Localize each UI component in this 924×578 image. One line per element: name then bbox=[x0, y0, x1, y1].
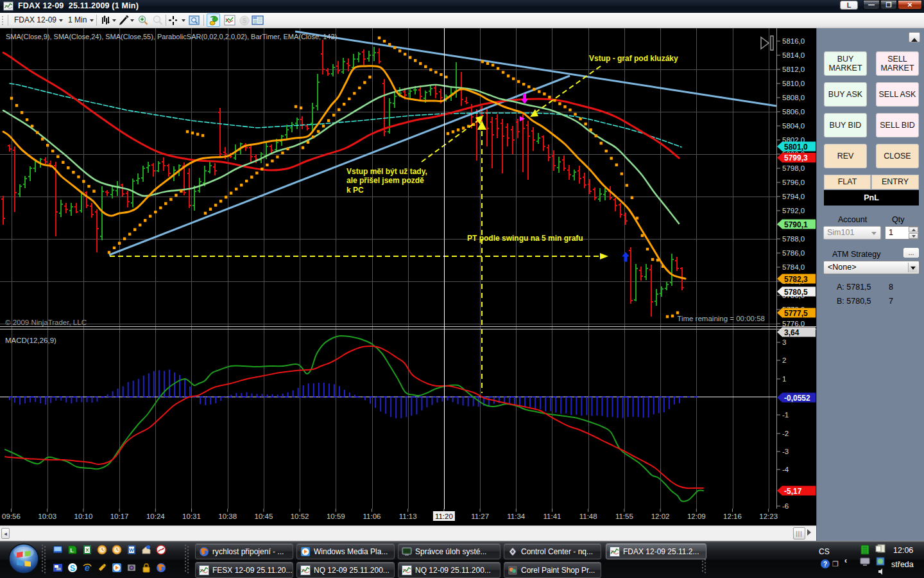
svg-text:10:17: 10:17 bbox=[110, 512, 129, 520]
svg-text:PT podle swingu na 5 min grafu: PT podle swingu na 5 min grafu bbox=[467, 234, 583, 243]
svg-text:L: L bbox=[70, 547, 74, 554]
svg-text:10:52: 10:52 bbox=[291, 512, 309, 520]
svg-text:10:31: 10:31 bbox=[182, 512, 201, 520]
svg-text:5790,1: 5790,1 bbox=[784, 220, 808, 229]
svg-text:5798,0: 5798,0 bbox=[782, 164, 805, 172]
svg-text:5796,0: 5796,0 bbox=[782, 179, 805, 186]
svg-text:5816,0: 5816,0 bbox=[782, 37, 805, 45]
svg-text:11:48: 11:48 bbox=[579, 512, 597, 520]
svg-text:11:27: 11:27 bbox=[471, 512, 489, 520]
svg-text:2: 2 bbox=[782, 356, 786, 364]
svg-text:11:13: 11:13 bbox=[399, 512, 417, 520]
svg-text:S: S bbox=[70, 564, 75, 573]
svg-text:Time remaining = 00:00:58: Time remaining = 00:00:58 bbox=[677, 315, 765, 322]
svg-text:5801,0: 5801,0 bbox=[784, 143, 808, 152]
svg-text:-3: -3 bbox=[782, 448, 789, 455]
svg-text:09:56: 09:56 bbox=[2, 512, 21, 520]
svg-text:11:06: 11:06 bbox=[363, 512, 381, 520]
svg-text:10:03: 10:03 bbox=[38, 512, 56, 520]
svg-text:5814,0: 5814,0 bbox=[782, 51, 805, 59]
svg-text:X: X bbox=[85, 547, 89, 553]
svg-text:© 2009 NinjaTrader, LLC: © 2009 NinjaTrader, LLC bbox=[5, 319, 87, 326]
svg-text:5792,0: 5792,0 bbox=[782, 207, 805, 215]
svg-text:5776,0: 5776,0 bbox=[782, 320, 805, 328]
svg-text:5799,3: 5799,3 bbox=[784, 153, 808, 162]
svg-text:?: ? bbox=[823, 561, 827, 568]
svg-text:10:45: 10:45 bbox=[255, 512, 273, 520]
svg-text:5804,0: 5804,0 bbox=[782, 122, 805, 130]
svg-text:-0,0552: -0,0552 bbox=[784, 394, 810, 403]
svg-text:5812,0: 5812,0 bbox=[782, 66, 805, 73]
svg-text:-6: -6 bbox=[782, 502, 789, 510]
svg-text:-5,17: -5,17 bbox=[784, 487, 802, 496]
svg-text:k PC: k PC bbox=[346, 186, 364, 195]
svg-text:10:59: 10:59 bbox=[327, 512, 345, 520]
svg-text:-2: -2 bbox=[782, 430, 789, 437]
svg-text:3,64: 3,64 bbox=[784, 328, 800, 337]
svg-text:-1: -1 bbox=[782, 411, 789, 419]
svg-text:12:23: 12:23 bbox=[759, 512, 778, 520]
svg-text:5780,5: 5780,5 bbox=[784, 288, 808, 297]
svg-text:S: S bbox=[243, 17, 247, 24]
svg-text:MACD(12,26,9): MACD(12,26,9) bbox=[5, 337, 56, 344]
svg-text:12:16: 12:16 bbox=[723, 512, 742, 520]
svg-text:10:24: 10:24 bbox=[146, 512, 165, 520]
svg-text:SMA(Close,9), SMA(Close,24), S: SMA(Close,9), SMA(Close,24), SMA(Close,5… bbox=[6, 33, 337, 40]
svg-text:5794,0: 5794,0 bbox=[782, 193, 805, 200]
svg-text:Vstup měl být už tady,: Vstup měl být už tady, bbox=[346, 167, 427, 176]
svg-text:5782,3: 5782,3 bbox=[784, 275, 808, 284]
svg-text:10:10: 10:10 bbox=[74, 512, 93, 520]
svg-text:5784,0: 5784,0 bbox=[782, 263, 805, 271]
svg-text:3: 3 bbox=[782, 338, 786, 346]
svg-text:5786,0: 5786,0 bbox=[782, 249, 805, 257]
svg-text:11:34: 11:34 bbox=[507, 512, 526, 520]
svg-text:Vstup - graf pod kluzáky: Vstup - graf pod kluzáky bbox=[589, 54, 678, 63]
svg-text:1: 1 bbox=[782, 375, 786, 383]
svg-text:11:20: 11:20 bbox=[435, 512, 453, 520]
svg-text:5806,0: 5806,0 bbox=[782, 108, 805, 116]
svg-text:10:38: 10:38 bbox=[218, 512, 237, 520]
svg-text:5810,0: 5810,0 bbox=[782, 80, 805, 87]
svg-text:12:02: 12:02 bbox=[651, 512, 670, 520]
svg-text:ale přišel jsem pozdě: ale přišel jsem pozdě bbox=[346, 176, 424, 185]
svg-text:-4: -4 bbox=[782, 466, 789, 473]
svg-text:W: W bbox=[129, 547, 134, 553]
svg-text:5808,0: 5808,0 bbox=[782, 94, 805, 101]
svg-text:11:55: 11:55 bbox=[615, 512, 633, 520]
svg-text:12:09: 12:09 bbox=[687, 512, 706, 520]
svg-text:5788,0: 5788,0 bbox=[782, 235, 805, 243]
svg-text:11:41: 11:41 bbox=[543, 512, 561, 520]
svg-text:5777,5: 5777,5 bbox=[784, 309, 808, 318]
